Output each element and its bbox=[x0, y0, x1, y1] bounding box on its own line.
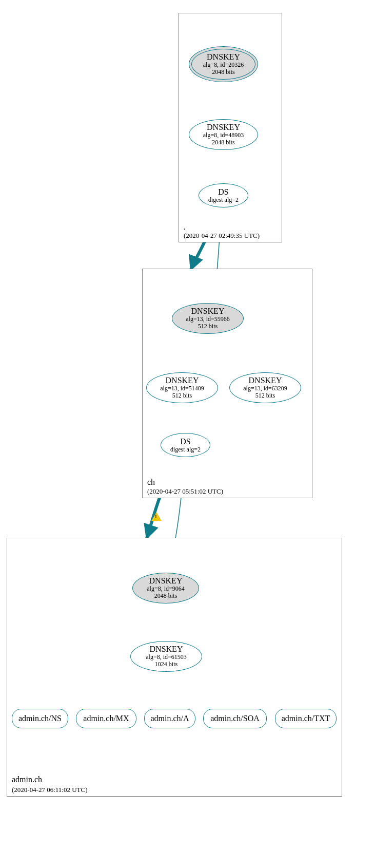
node-title: DNSKEY bbox=[147, 376, 218, 385]
zone-ts-root: (2020-04-27 02:49:35 UTC) bbox=[184, 232, 260, 240]
node-sub1: alg=8, id=48903 bbox=[189, 132, 258, 139]
rrset-ns: admin.ch/NS bbox=[12, 709, 68, 728]
node-sub2: 2048 bits bbox=[133, 593, 199, 600]
node-root-ds: DS digest alg=2 bbox=[199, 183, 248, 207]
node-sub2: 512 bits bbox=[172, 323, 243, 330]
node-sub2: 512 bits bbox=[147, 392, 218, 400]
node-title: DNSKEY bbox=[230, 376, 301, 385]
node-sub2: 2048 bits bbox=[189, 69, 258, 76]
node-sub2: 512 bits bbox=[230, 392, 301, 400]
rrset-mx: admin.ch/MX bbox=[76, 709, 136, 728]
rrset-txt: admin.ch/TXT bbox=[275, 709, 337, 728]
zone-name-admin: admin.ch bbox=[12, 775, 42, 784]
node-sub1: alg=13, id=55966 bbox=[172, 316, 243, 323]
node-title: DNSKEY bbox=[189, 123, 258, 132]
node-title: DNSKEY bbox=[133, 576, 199, 586]
zone-name-ch: ch bbox=[147, 478, 155, 487]
node-ch-zsk: DNSKEY alg=13, id=51409 512 bits bbox=[146, 372, 218, 403]
node-title: DS bbox=[199, 187, 248, 197]
node-sub1: alg=8, id=20326 bbox=[189, 62, 258, 69]
node-sub1: digest alg=2 bbox=[199, 197, 248, 204]
node-admin-ksk: DNSKEY alg=8, id=9064 2048 bits bbox=[132, 573, 199, 603]
node-admin-zsk: DNSKEY alg=8, id=61503 1024 bits bbox=[130, 641, 202, 672]
node-title: DNSKEY bbox=[172, 307, 243, 316]
node-ch-ksk: DNSKEY alg=13, id=55966 512 bits bbox=[172, 303, 244, 334]
node-sub1: digest alg=2 bbox=[161, 446, 210, 454]
node-sub2: 1024 bits bbox=[131, 661, 202, 668]
node-title: DS bbox=[161, 437, 210, 446]
node-title: DNSKEY bbox=[131, 645, 202, 654]
node-sub1: alg=13, id=51409 bbox=[147, 385, 218, 392]
node-sub2: 2048 bits bbox=[189, 139, 258, 146]
zone-ts-admin: (2020-04-27 06:11:02 UTC) bbox=[12, 786, 88, 794]
node-ch-ds: DS digest alg=2 bbox=[161, 433, 210, 457]
node-sub1: alg=8, id=9064 bbox=[133, 586, 199, 593]
node-root-ksk: DNSKEY alg=8, id=20326 2048 bits bbox=[189, 46, 258, 82]
node-title: DNSKEY bbox=[189, 52, 258, 62]
zone-name-root: . bbox=[184, 222, 186, 232]
warning-icon bbox=[151, 512, 162, 521]
node-ch-zsk2: DNSKEY alg=13, id=63209 512 bits bbox=[229, 372, 301, 403]
node-root-zsk: DNSKEY alg=8, id=48903 2048 bits bbox=[189, 119, 258, 150]
node-sub1: alg=8, id=61503 bbox=[131, 654, 202, 661]
node-sub1: alg=13, id=63209 bbox=[230, 385, 301, 392]
zone-ts-ch: (2020-04-27 05:51:02 UTC) bbox=[147, 487, 223, 496]
rrset-a: admin.ch/A bbox=[144, 709, 195, 728]
rrset-soa: admin.ch/SOA bbox=[203, 709, 267, 728]
